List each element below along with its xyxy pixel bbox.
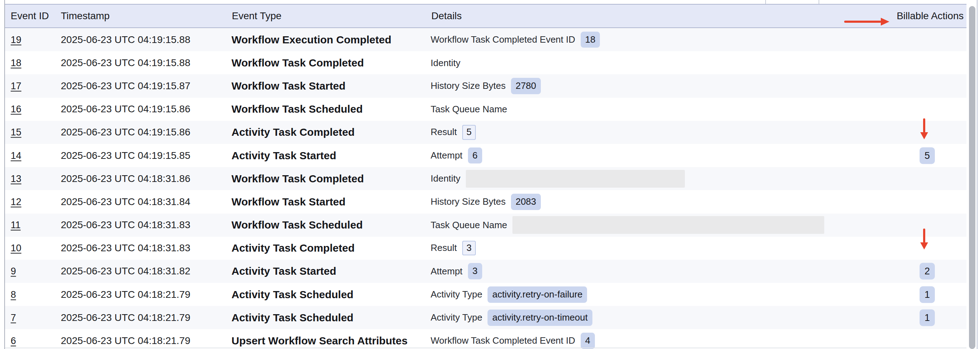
timestamp-cell: 2025-06-23 UTC 04:18:31.82 [61,265,190,277]
detail-value-badge: 2083 [511,194,541,210]
timestamp-cell: 2025-06-23 UTC 04:18:21.79 [61,335,190,346]
table-row-event-14[interactable]: 142025-06-23 UTC 04:19:15.85Activity Tas… [5,144,966,167]
table-row-event-11[interactable]: 112025-06-23 UTC 04:18:31.83Workflow Tas… [5,214,966,237]
billable-actions-cell: 1 [920,286,935,303]
table-row-event-9[interactable]: 92025-06-23 UTC 04:18:31.82Activity Task… [5,260,966,283]
event-type-cell: Workflow Task Started [231,80,346,92]
table-row-event-19[interactable]: 192025-06-23 UTC 04:19:15.88Workflow Exe… [5,28,966,51]
event-history-table: Event ID Timestamp Event Type Details Bi… [5,4,966,349]
event-id-link[interactable]: 12 [11,196,21,207]
table-row-event-13[interactable]: 132025-06-23 UTC 04:18:31.86Workflow Tas… [5,167,966,190]
table-row-event-7[interactable]: 72025-06-23 UTC 04:18:21.79Activity Task… [5,306,966,329]
timestamp-cell: 2025-06-23 UTC 04:18:31.84 [61,196,190,208]
timestamp-cell: 2025-06-23 UTC 04:19:15.88 [61,57,190,68]
table-bottom-edge [5,347,966,348]
detail-label: Task Queue Name [431,104,507,115]
detail-label: Attempt [431,266,463,277]
event-id-link[interactable]: 13 [11,173,21,184]
cropped-control-edge [765,0,766,4]
table-row-event-17[interactable]: 172025-06-23 UTC 04:19:15.87Workflow Tas… [5,74,966,97]
cropped-control-edge [819,0,819,4]
event-type-cell: Upsert Workflow Search Attributes [231,335,407,347]
detail-label: Identity [431,173,460,184]
detail-value-badge: activity.retry-on-failure [487,286,587,303]
annotation-arrow-down-icon [920,228,928,249]
detail-cell: Identity [431,57,896,68]
event-id-link[interactable]: 8 [11,289,16,300]
table-row-event-6[interactable]: 62025-06-23 UTC 04:18:21.79Upsert Workfl… [5,329,966,349]
timestamp-cell: 2025-06-23 UTC 04:18:31.83 [61,243,190,254]
detail-label: Attempt [431,150,463,161]
event-id-link[interactable]: 11 [11,220,21,231]
event-type-cell: Workflow Task Completed [231,57,364,69]
table-row-event-10[interactable]: 102025-06-23 UTC 04:18:31.83Activity Tas… [5,237,966,260]
event-type-cell: Activity Task Completed [231,242,355,254]
detail-value-badge: 4 [581,333,595,349]
detail-cell: History Size Bytes2083 [431,194,896,210]
billable-actions-badge: 1 [920,309,935,326]
detail-cell: Workflow Task Completed Event ID4 [431,333,896,349]
event-id-link[interactable]: 19 [11,34,21,45]
detail-cell: Identity [431,170,896,188]
detail-cell: History Size Bytes2780 [431,78,896,94]
timestamp-cell: 2025-06-23 UTC 04:18:21.79 [61,312,190,324]
event-type-cell: Activity Task Started [231,150,336,162]
detail-cell: Attempt6 [431,148,896,164]
event-id-link[interactable]: 9 [11,266,16,277]
event-id-link[interactable]: 6 [11,335,16,346]
detail-label: History Size Bytes [431,196,506,207]
event-id-link[interactable]: 17 [11,80,21,91]
detail-label: Workflow Task Completed Event ID [431,335,575,346]
event-id-link[interactable]: 15 [11,127,21,138]
detail-label: History Size Bytes [431,80,506,91]
detail-value-badge: 3 [462,241,476,255]
detail-value-badge: 3 [468,263,482,280]
table-row-event-8[interactable]: 82025-06-23 UTC 04:18:21.79Activity Task… [5,283,966,306]
event-type-cell: Workflow Execution Completed [231,34,391,46]
detail-cell: Result5 [431,125,896,140]
table-row-event-12[interactable]: 122025-06-23 UTC 04:18:31.84Workflow Tas… [5,190,966,213]
event-type-cell: Workflow Task Started [231,196,346,208]
timestamp-cell: 2025-06-23 UTC 04:19:15.85 [61,150,190,161]
event-type-cell: Workflow Task Scheduled [231,103,363,115]
event-type-cell: Activity Task Completed [231,126,355,138]
detail-cell: Workflow Task Completed Event ID18 [431,32,896,48]
event-id-link[interactable]: 14 [11,150,21,161]
column-header-event-type: Event Type [232,10,282,22]
panel-right-border [977,0,977,349]
event-type-cell: Workflow Task Scheduled [231,219,363,231]
table-header-row: Event ID Timestamp Event Type Details Bi… [5,4,966,28]
annotation-arrow-right-icon [844,16,889,27]
event-id-link[interactable]: 18 [11,57,21,68]
vertical-scrollbar-thumb[interactable] [969,6,975,349]
billable-actions-badge: 5 [920,147,935,164]
redacted-value-box [512,216,824,234]
detail-label: Activity Type [431,312,482,323]
table-body: 192025-06-23 UTC 04:19:15.88Workflow Exe… [5,28,966,349]
timestamp-cell: 2025-06-23 UTC 04:19:15.86 [61,127,190,138]
billable-actions-cell: 2 [920,263,935,280]
column-header-details: Details [431,10,462,22]
timestamp-cell: 2025-06-23 UTC 04:18:21.79 [61,289,190,300]
timestamp-cell: 2025-06-23 UTC 04:19:15.86 [61,103,190,115]
event-type-cell: Activity Task Started [231,265,336,277]
detail-cell: Activity Typeactivity.retry-on-failure [431,286,896,303]
annotation-arrow-down-icon [920,118,928,139]
detail-cell: Task Queue Name [431,104,896,115]
detail-cell: Result3 [431,241,896,255]
detail-value-badge: 2780 [511,78,541,94]
event-id-link[interactable]: 7 [11,312,16,323]
table-row-event-18[interactable]: 182025-06-23 UTC 04:19:15.88Workflow Tas… [5,51,966,74]
table-row-event-16[interactable]: 162025-06-23 UTC 04:19:15.86Workflow Tas… [5,98,966,121]
event-id-link[interactable]: 16 [11,104,21,115]
event-id-link[interactable]: 10 [11,243,21,254]
column-header-timestamp: Timestamp [61,10,110,22]
timestamp-cell: 2025-06-23 UTC 04:18:31.86 [61,173,190,184]
table-row-event-15[interactable]: 152025-06-23 UTC 04:19:15.86Activity Tas… [5,121,966,144]
detail-label: Result [431,127,457,138]
detail-label: Activity Type [431,289,482,300]
detail-value-badge: 5 [462,125,476,140]
column-header-billable-actions: Billable Actions [897,10,964,22]
timestamp-cell: 2025-06-23 UTC 04:19:15.87 [61,80,190,92]
redacted-value-box [466,170,685,188]
